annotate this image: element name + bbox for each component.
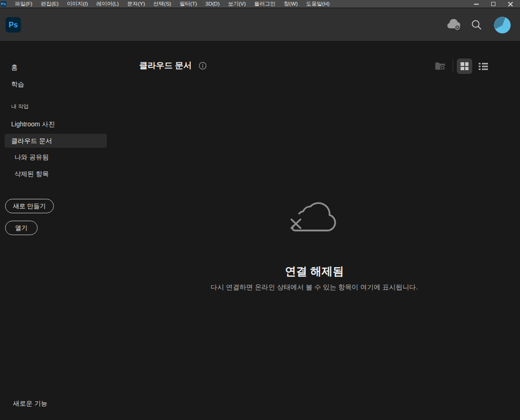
- menu-3d[interactable]: 3D(D): [201, 0, 224, 7]
- grid-view-button[interactable]: [457, 59, 472, 74]
- menu-plugins[interactable]: 플러그인: [250, 0, 280, 7]
- minimize-icon: [474, 4, 479, 5]
- window-controls: [468, 0, 519, 8]
- sidebar-item-lightroom-photos[interactable]: Lightroom 사진: [11, 120, 55, 129]
- info-icon: [199, 62, 207, 70]
- cloud-disconnected-illustration: [287, 199, 342, 239]
- search-icon: [471, 20, 482, 30]
- list-view-icon: [478, 62, 488, 71]
- close-icon: [508, 1, 513, 7]
- sidebar-item-learn[interactable]: 학습: [11, 80, 24, 89]
- menu-filter[interactable]: 필터(T): [176, 0, 202, 7]
- cloud-offline-button[interactable]: [446, 19, 461, 33]
- menu-layer[interactable]: 레이어(L): [92, 0, 123, 7]
- titlebar: Ps 파일(F) 편집(E) 이미지(I) 레이어(L) 문자(Y) 선택(S)…: [0, 0, 520, 8]
- cloud-offline-icon: [446, 19, 461, 31]
- menu-image[interactable]: 이미지(I): [63, 0, 92, 7]
- sidebar-item-deleted[interactable]: 삭제된 항목: [14, 170, 49, 178]
- add-folder-button[interactable]: [435, 61, 446, 72]
- menu-bar: 파일(F) 편집(E) 이미지(I) 레이어(L) 문자(Y) 선택(S) 필터…: [11, 0, 334, 7]
- search-button[interactable]: [471, 20, 482, 32]
- create-new-button[interactable]: 새로 만들기: [5, 199, 54, 213]
- empty-state-heading: 연결 해제됨: [109, 264, 520, 279]
- menu-type[interactable]: 문자(Y): [123, 0, 149, 7]
- info-button[interactable]: [199, 62, 207, 72]
- menu-help[interactable]: 도움말(H): [302, 0, 333, 7]
- menu-window[interactable]: 창(W): [280, 0, 302, 7]
- whats-new-link[interactable]: 새로운 기능: [13, 400, 47, 408]
- photoshop-logo: Ps: [6, 17, 21, 33]
- account-avatar[interactable]: [494, 17, 511, 33]
- maximize-icon: [491, 2, 495, 6]
- grid-view-icon: [461, 62, 468, 70]
- add-folder-icon: [435, 61, 446, 71]
- sidebar-item-shared-with-me[interactable]: 나와 공유됨: [14, 153, 49, 162]
- menu-select[interactable]: 선택(S): [149, 0, 175, 7]
- photoshop-home-window: Ps 파일(F) 편집(E) 이미지(I) 레이어(L) 문자(Y) 선택(S)…: [0, 0, 520, 420]
- app-header: Ps: [0, 8, 520, 41]
- app-window-icon: Ps: [0, 1, 6, 7]
- sidebar-section-my-work: 내 작업: [11, 103, 29, 110]
- empty-state-description: 다시 연결하면 온라인 상태에서 볼 수 있는 항목이 여기에 표시됩니다.: [109, 283, 520, 292]
- maximize-button[interactable]: [485, 0, 502, 8]
- sidebar-item-cloud-documents[interactable]: 클라우드 문서: [5, 134, 107, 148]
- page-title: 클라우드 문서: [139, 60, 192, 71]
- open-button[interactable]: 열기: [5, 221, 38, 235]
- sidebar-item-label: 클라우드 문서: [11, 137, 52, 145]
- menu-edit[interactable]: 편집(E): [37, 0, 63, 7]
- menu-file[interactable]: 파일(F): [11, 0, 37, 7]
- close-button[interactable]: [502, 0, 519, 8]
- sidebar-item-home[interactable]: 홈: [11, 64, 18, 72]
- list-view-button[interactable]: [478, 62, 488, 73]
- avatar-icon: [494, 17, 511, 33]
- menu-view[interactable]: 보기(V): [224, 0, 250, 7]
- toolbar-divider: [453, 59, 453, 72]
- minimize-button[interactable]: [468, 0, 485, 8]
